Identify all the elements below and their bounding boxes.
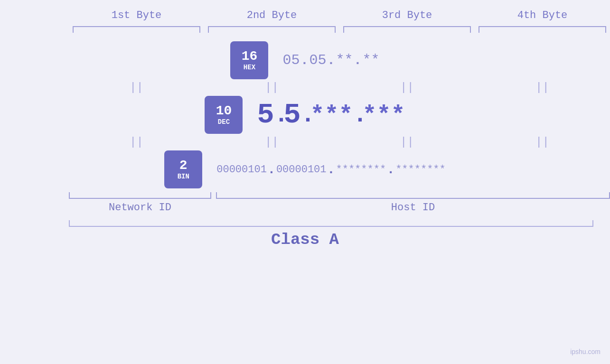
hex-dot-2: . [327,53,336,68]
equals-row-1: || || || || [0,81,610,94]
eq-2-4: || [475,136,610,149]
hex-val-1: 05 [282,52,300,68]
byte-header-2: 2nd Byte [204,9,339,21]
bin-byte-3: ******** [336,164,386,176]
dec-dot-3: . [353,102,363,129]
hex-val-4: ** [363,52,380,68]
dec-row: 10 DEC 5 . 5 . *** . *** [205,96,405,134]
dec-val-2: 5 [283,99,300,131]
bin-byte-2: 00000101 [276,164,327,176]
dec-values: 5 . 5 . *** . *** [257,101,405,129]
hex-dot-3: . [353,53,363,68]
eq-1-4: || [475,81,610,94]
byte-header-4: 4th Byte [475,9,610,21]
hex-dot-1: . [300,53,309,68]
bin-val-2: 00000101 [276,164,327,176]
bracket-2 [208,26,336,33]
hex-byte-3: ** [336,52,353,68]
dec-byte-1: 5 [257,101,274,129]
eq-2-2: || [204,136,339,149]
dec-val-3: *** [310,102,353,129]
dec-badge-label: DEC [218,118,230,126]
host-bracket [216,192,610,199]
id-labels-row: Network ID Host ID [0,202,610,214]
main-container: 1st Byte 2nd Byte 3rd Byte 4th Byte 16 H… [0,0,610,364]
byte-header-3: 3rd Byte [339,9,475,21]
bin-values: 00000101 . 00000101 . ******** . *******… [216,162,446,177]
bin-val-1: 00000101 [216,164,267,176]
eq-2-3: || [339,136,475,149]
hex-val-2: 05 [309,52,326,68]
class-bracket-row [0,220,610,227]
bin-row: 2 BIN 00000101 . 00000101 . ******** . *… [164,150,446,188]
dec-byte-3: *** [310,102,353,129]
watermark: ipshu.com [570,348,601,355]
eq-2-1: || [69,136,204,149]
bin-dot-3: . [386,162,395,177]
eq-1-2: || [204,81,339,94]
dec-val-4: *** [363,102,405,129]
dec-badge-number: 10 [216,104,232,119]
dec-byte-4: *** [363,102,405,129]
bin-val-3: ******** [336,164,386,176]
bin-val-4: ******** [395,164,446,176]
network-bracket [69,192,211,199]
hex-badge-number: 16 [242,49,258,64]
bin-badge: 2 BIN [164,150,202,188]
byte-headers-row: 1st Byte 2nd Byte 3rd Byte 4th Byte [0,9,610,21]
host-id-label: Host ID [216,202,610,214]
bin-badge-label: BIN [178,173,189,180]
hex-byte-4: ** [363,52,380,68]
bin-byte-1: 00000101 [216,164,267,176]
hex-val-3: ** [336,52,353,68]
eq-1-1: || [69,81,204,94]
network-id-label: Network ID [69,202,211,214]
bottom-brackets-row [0,192,610,199]
class-label: Class A [271,231,339,249]
hex-byte-2: 05 [309,52,326,68]
class-label-row: Class A [271,231,339,249]
bin-badge-number: 2 [179,159,188,173]
hex-row: 16 HEX 05 . 05 . ** . ** [230,41,379,79]
hex-byte-1: 05 [282,52,300,68]
byte-header-1: 1st Byte [69,9,204,21]
bin-byte-4: ******** [395,164,446,176]
hex-values: 05 . 05 . ** . ** [282,52,379,68]
bracket-4 [479,26,606,33]
hex-badge: 16 HEX [230,41,268,79]
dec-dot-1: . [274,102,283,129]
dec-byte-2: 5 [283,101,300,129]
class-bracket [69,220,593,227]
bracket-1 [73,26,200,33]
eq-1-3: || [339,81,475,94]
dec-dot-2: . [301,102,310,129]
bin-dot-1: . [267,162,276,177]
hex-badge-label: HEX [244,64,255,71]
bracket-3 [343,26,471,33]
bin-dot-2: . [327,162,336,177]
top-brackets-row [0,26,610,33]
equals-row-2: || || || || [0,136,610,149]
dec-val-1: 5 [257,99,274,131]
dec-badge: 10 DEC [205,96,243,134]
